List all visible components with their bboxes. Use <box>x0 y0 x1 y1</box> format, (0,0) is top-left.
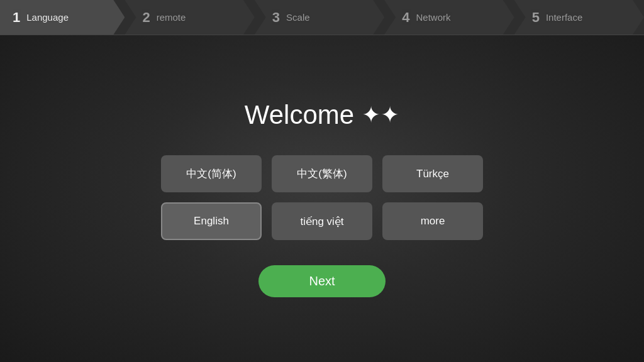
welcome-title: Welcome ✦✦ <box>245 100 399 130</box>
main-content: Welcome ✦✦ 中文(简体) 中文(繁体) Türkçe English … <box>0 35 644 362</box>
step-item-1[interactable]: 1 Language <box>0 0 125 35</box>
step-label-4: Network <box>416 12 450 23</box>
language-btn-more[interactable]: more <box>382 202 483 240</box>
language-btn-zh-simplified[interactable]: 中文(简体) <box>161 155 262 192</box>
step-item-4[interactable]: 4 Network <box>384 0 514 35</box>
step-number-5: 5 <box>532 9 540 26</box>
language-grid: 中文(简体) 中文(繁体) Türkçe English tiếng việt … <box>161 155 483 240</box>
step-bar: 1 Language 2 remote 3 Scale 4 Network 5 … <box>0 0 644 35</box>
step-label-3: Scale <box>286 12 310 23</box>
step-item-3[interactable]: 3 Scale <box>255 0 384 35</box>
step-label-2: remote <box>157 12 186 23</box>
sparkle-icon: ✦✦ <box>362 102 399 128</box>
welcome-text: Welcome <box>245 100 354 130</box>
step-number-3: 3 <box>272 9 280 26</box>
next-button[interactable]: Next <box>258 265 385 297</box>
language-btn-vietnamese[interactable]: tiếng việt <box>272 202 372 240</box>
language-btn-turkish[interactable]: Türkçe <box>382 155 483 192</box>
step-number-1: 1 <box>13 9 20 26</box>
language-btn-english[interactable]: English <box>161 202 262 240</box>
step-label-5: Interface <box>546 12 582 23</box>
step-label-1: Language <box>26 12 69 23</box>
step-item-5[interactable]: 5 Interface <box>514 0 644 35</box>
step-number-4: 4 <box>402 9 409 26</box>
step-item-2[interactable]: 2 remote <box>125 0 254 35</box>
step-number-2: 2 <box>142 9 150 26</box>
language-btn-zh-traditional[interactable]: 中文(繁体) <box>272 155 372 192</box>
